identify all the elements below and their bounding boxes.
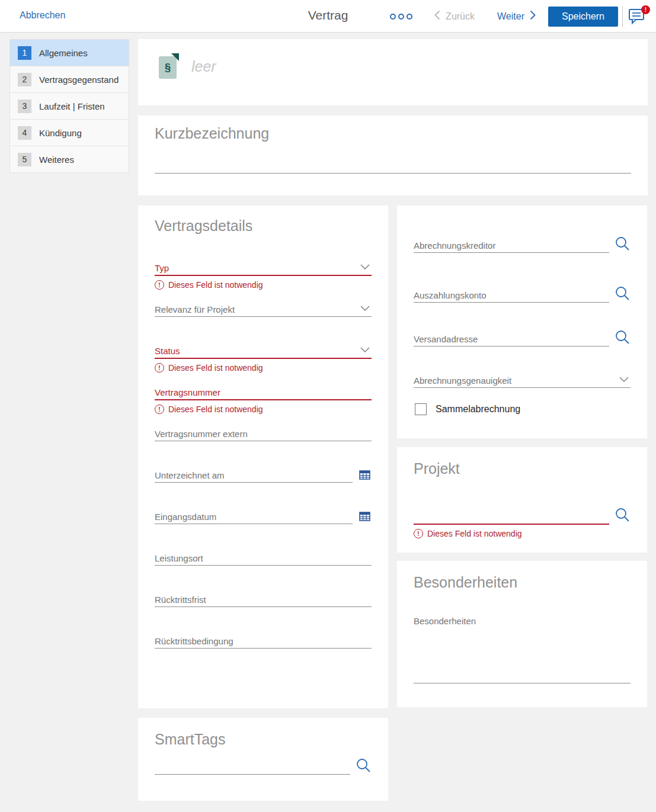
validation-error: ! Dieses Feld ist notwendig bbox=[414, 529, 631, 538]
search-icon[interactable] bbox=[615, 507, 631, 525]
projekt-card: Projekt ! Dieses Feld ist notwendig bbox=[397, 447, 647, 553]
section-title: Projekt bbox=[414, 460, 460, 477]
chevron-right-icon bbox=[530, 10, 536, 23]
field-ruecktrittsbedingung: Rücktrittsbedingung bbox=[155, 634, 372, 649]
besonderheiten-textarea[interactable] bbox=[414, 683, 631, 683]
vertragsdetails-card: Vertragsdetails Typ ! Dieses Feld ist no… bbox=[138, 206, 388, 708]
field-versandadresse: Versandadresse bbox=[414, 332, 631, 346]
error-icon: ! bbox=[155, 405, 164, 414]
smarttags-card: SmartTags bbox=[138, 718, 388, 801]
error-icon: ! bbox=[414, 529, 423, 538]
relevanz-dropdown[interactable]: Relevanz für Projekt bbox=[155, 303, 372, 317]
validation-error: ! Dieses Feld ist notwendig bbox=[155, 363, 372, 373]
step-number-badge: 1 bbox=[18, 46, 31, 60]
step-number-badge: 3 bbox=[18, 100, 31, 113]
field-eingangsdatum: Eingangsdatum bbox=[155, 510, 372, 524]
search-icon[interactable] bbox=[615, 285, 631, 304]
chevron-down-icon bbox=[619, 374, 629, 384]
versandadresse-input[interactable]: Versandadresse bbox=[414, 332, 609, 346]
vertrag-form-page: Abbrechen Vertrag Zurück Weiter Speicher… bbox=[0, 0, 656, 812]
sidebar-item-laufzeit-fristen[interactable]: 3 Laufzeit | Fristen bbox=[10, 93, 129, 120]
section-title: Kurzbezeichnung bbox=[155, 125, 269, 142]
page-title: Vertrag bbox=[308, 8, 348, 23]
status-dropdown[interactable]: Status bbox=[155, 344, 372, 359]
search-icon[interactable] bbox=[615, 329, 631, 348]
unterzeichnet-am-input[interactable]: Unterzeichnet am bbox=[155, 468, 353, 483]
search-icon[interactable] bbox=[356, 758, 372, 776]
sidebar-item-kuendigung[interactable]: 4 Kündigung bbox=[10, 120, 129, 146]
sidebar-item-weiteres[interactable]: 5 Weiteres bbox=[10, 146, 129, 172]
field-smarttags bbox=[155, 760, 372, 775]
field-abrechnungskreditor: Abrechnungskreditor bbox=[414, 239, 631, 253]
field-typ: Typ ! Dieses Feld ist notwendig bbox=[155, 261, 372, 290]
calendar-icon[interactable] bbox=[359, 470, 370, 482]
field-unterzeichnet-am: Unterzeichnet am bbox=[155, 468, 372, 483]
step-number-badge: 4 bbox=[18, 126, 31, 140]
field-leistungsort: Leistungsort bbox=[155, 551, 372, 566]
field-vertragsnummer-extern: Vertragsnummer extern bbox=[155, 427, 372, 441]
abrechnungsgenauigkeit-dropdown[interactable]: Abrechnungsgenauigkeit bbox=[414, 374, 631, 388]
more-options-icon[interactable] bbox=[390, 14, 412, 20]
kurzbezeichnung-card: Kurzbezeichnung bbox=[138, 115, 648, 195]
section-title: Besonderheiten bbox=[414, 574, 517, 591]
cancel-button[interactable]: Abbrechen bbox=[20, 10, 65, 21]
chevron-down-icon bbox=[360, 344, 370, 355]
top-command-bar: Abbrechen Vertrag Zurück Weiter Speicher… bbox=[0, 0, 656, 33]
command-bar-actions: Zurück Weiter Speichern ! bbox=[390, 0, 647, 33]
save-button[interactable]: Speichern bbox=[548, 7, 618, 27]
chevron-down-icon bbox=[360, 261, 370, 272]
field-ruecktrittsfrist: Rücktrittsfrist bbox=[155, 593, 372, 607]
field-abrechnungsgenauigkeit: Abrechnungsgenauigkeit bbox=[414, 374, 631, 388]
auszahlungskonto-input[interactable]: Auszahlungskonto bbox=[414, 288, 609, 303]
calendar-icon[interactable] bbox=[359, 512, 370, 524]
field-projekt: ! Dieses Feld ist notwendig bbox=[414, 510, 631, 538]
field-vertragsnummer: Vertragsnummer ! Dieses Feld ist notwend… bbox=[155, 386, 372, 414]
field-auszahlungskonto: Auszahlungskonto bbox=[414, 288, 631, 303]
search-icon[interactable] bbox=[615, 236, 631, 254]
smarttags-lookup-input[interactable] bbox=[155, 760, 350, 775]
projekt-lookup-input[interactable] bbox=[414, 510, 609, 525]
chevron-down-icon bbox=[360, 303, 370, 313]
validation-error: ! Dieses Feld ist notwendig bbox=[155, 405, 372, 414]
besonderheiten-label: Besonderheiten bbox=[414, 616, 476, 626]
abrechnung-card: Abrechnungskreditor Auszahlungskonto bbox=[397, 206, 647, 438]
step-number-badge: 2 bbox=[18, 73, 31, 86]
comments-icon[interactable]: ! bbox=[628, 7, 647, 26]
leistungsort-input[interactable]: Leistungsort bbox=[155, 551, 372, 566]
abrechnungskreditor-input[interactable]: Abrechnungskreditor bbox=[414, 239, 609, 253]
notification-badge: ! bbox=[641, 5, 650, 14]
vertragsnummer-input[interactable]: Vertragsnummer bbox=[155, 386, 372, 400]
field-status: Status ! Dieses Feld ist notwendig bbox=[155, 344, 372, 373]
next-button[interactable]: Weiter bbox=[497, 10, 536, 23]
besonderheiten-card: Besonderheiten Besonderheiten bbox=[397, 561, 647, 707]
eingangsdatum-input[interactable]: Eingangsdatum bbox=[155, 510, 353, 524]
section-title: SmartTags bbox=[155, 731, 225, 748]
error-icon: ! bbox=[155, 280, 164, 290]
kurzbezeichnung-input[interactable] bbox=[155, 159, 631, 174]
validation-error: ! Dieses Feld ist notwendig bbox=[155, 280, 372, 290]
chevron-left-icon bbox=[434, 10, 440, 23]
checkbox-box[interactable] bbox=[415, 403, 427, 415]
checkbox-sammelabrechnung[interactable]: Sammelabrechnung bbox=[415, 403, 520, 415]
section-title: Vertragsdetails bbox=[155, 217, 252, 235]
typ-dropdown[interactable]: Typ bbox=[155, 261, 372, 276]
divider bbox=[622, 6, 623, 27]
record-title-placeholder[interactable]: leer bbox=[191, 58, 216, 75]
sidebar-item-vertragsgegenstand[interactable]: 2 Vertragsgegenstand bbox=[10, 66, 129, 93]
record-header-card: § leer bbox=[138, 39, 648, 105]
step-number-badge: 5 bbox=[18, 153, 31, 166]
sidebar-item-allgemeines[interactable]: 1 Allgemeines bbox=[10, 40, 129, 66]
field-relevanz-fuer-projekt: Relevanz für Projekt bbox=[155, 303, 372, 317]
back-button[interactable]: Zurück bbox=[434, 10, 475, 23]
vertragsnummer-extern-input[interactable]: Vertragsnummer extern bbox=[155, 427, 372, 441]
form-section-nav: 1 Allgemeines 2 Vertragsgegenstand 3 Lau… bbox=[9, 39, 129, 173]
ruecktrittsbedingung-input[interactable]: Rücktrittsbedingung bbox=[155, 634, 372, 649]
contract-document-icon: § bbox=[159, 56, 177, 79]
ruecktrittsfrist-input[interactable]: Rücktrittsfrist bbox=[155, 593, 372, 607]
error-icon: ! bbox=[155, 363, 164, 373]
